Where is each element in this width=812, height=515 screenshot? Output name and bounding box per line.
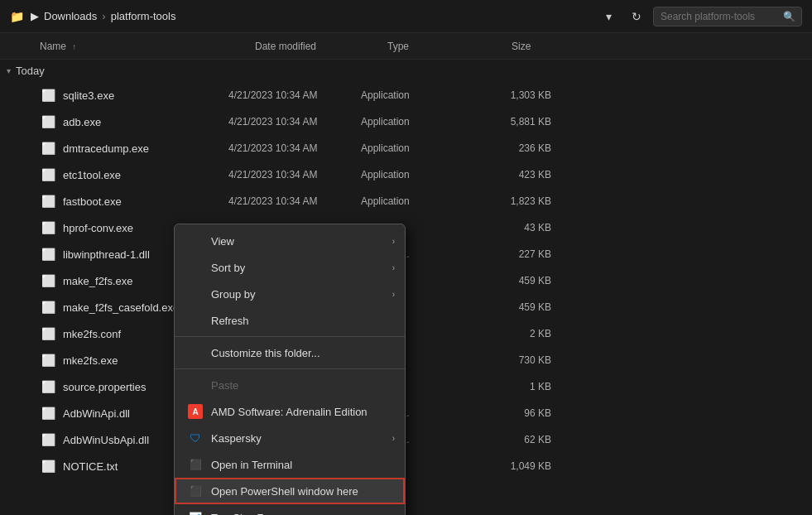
file-size: 96 KB — [485, 407, 568, 419]
table-row[interactable]: ⬜ libwinpthread-1.dll ion exten... 227 K… — [0, 241, 812, 267]
table-row[interactable]: ⬜ fastboot.exe 4/21/2023 10:34 AM Applic… — [0, 188, 812, 214]
file-icon: ⬜ — [40, 87, 56, 103]
file-size: 236 KB — [485, 142, 568, 154]
file-icon: ⬜ — [40, 458, 56, 474]
breadcrumb-home[interactable]: ▶ — [31, 10, 39, 22]
refresh-button[interactable]: ↻ — [625, 5, 648, 28]
file-icon: ⬜ — [40, 166, 56, 183]
file-name: fastboot.exe — [63, 195, 228, 208]
file-list: ▾ Today ⬜ sqlite3.exe 4/21/2023 10:34 AM… — [0, 60, 812, 513]
ctx-paste[interactable]: Paste — [175, 372, 405, 398]
ctx-kaspersky[interactable]: 🛡 Kaspersky › — [175, 425, 405, 451]
file-icon: ⬜ — [40, 219, 56, 236]
ctx-group-by[interactable]: Group by › — [175, 281, 405, 307]
refresh-icon — [188, 313, 203, 328]
table-row[interactable]: ⬜ AdbWinApi.dll ion exten... 96 KB — [0, 400, 812, 426]
file-type: Application — [361, 89, 485, 101]
customize-icon — [188, 345, 203, 360]
breadcrumb-platform-tools[interactable]: platform-tools — [111, 10, 176, 22]
col-date-header[interactable]: Date modified — [255, 41, 387, 52]
table-row[interactable]: ⬜ etc1tool.exe 4/21/2023 10:34 AM Applic… — [0, 161, 812, 188]
file-size: 227 KB — [485, 248, 568, 260]
file-icon: ⬜ — [40, 378, 56, 395]
file-date: 4/21/2023 10:34 AM — [228, 195, 361, 207]
ctx-sort-by[interactable]: Sort by › — [175, 254, 405, 281]
ctx-powershell[interactable]: ⬛ Open PowerShell window here — [175, 478, 405, 504]
search-wrapper: 🔍 — [653, 7, 802, 26]
treesize-icon: 📊 — [188, 510, 203, 515]
file-date: 4/21/2023 10:34 AM — [228, 169, 361, 180]
terminal-icon: ⬛ — [188, 457, 203, 472]
file-type: Application — [361, 142, 485, 154]
submenu-arrow: › — [392, 290, 395, 299]
file-date: 4/21/2023 10:34 AM — [228, 142, 361, 154]
sort-arrow: ↑ — [72, 42, 76, 51]
file-icon: ⬜ — [40, 272, 56, 289]
ctx-refresh[interactable]: Refresh — [175, 307, 405, 334]
group-icon — [188, 286, 203, 301]
search-input[interactable] — [653, 7, 802, 26]
title-bar: 📁 ▶ Downloads › platform-tools ▾ ↻ 🔍 — [0, 0, 812, 33]
breadcrumb: ▶ Downloads › platform-tools — [31, 10, 175, 22]
sort-icon — [188, 260, 203, 275]
group-label: Today — [16, 65, 45, 77]
file-size: 2 KB — [485, 328, 568, 339]
file-icon: ⬜ — [40, 431, 56, 448]
file-icon: ⬜ — [40, 352, 56, 368]
col-size-header[interactable]: Size — [512, 41, 594, 52]
file-size: 43 KB — [485, 222, 568, 233]
table-row[interactable]: ⬜ sqlite3.exe 4/21/2023 10:34 AM Applica… — [0, 82, 812, 108]
submenu-arrow: › — [392, 237, 395, 246]
file-size: 423 KB — [485, 169, 568, 180]
paste-icon — [188, 378, 203, 392]
table-row[interactable]: ⬜ AdbWinUsbApi.dll ion exten... 62 KB — [0, 426, 812, 453]
table-row[interactable]: ⬜ source.properties TIES File 1 KB — [0, 373, 812, 400]
dropdown-button[interactable]: ▾ — [597, 5, 620, 28]
table-row[interactable]: ⬜ dmtracedump.exe 4/21/2023 10:34 AM App… — [0, 135, 812, 161]
table-row[interactable]: ⬜ mke2fs.exe ion 730 KB — [0, 347, 812, 373]
file-size: 459 KB — [485, 301, 568, 313]
ctx-treesize[interactable]: 📊 TreeSize Free — [175, 504, 405, 515]
file-name: adb.exe — [63, 116, 228, 128]
table-row[interactable]: ⬜ mke2fs.conf ile 2 KB — [0, 320, 812, 347]
ctx-separator-2 — [175, 368, 405, 369]
file-size: 5,881 KB — [485, 116, 568, 128]
ctx-customize[interactable]: Customize this folder... — [175, 339, 405, 366]
file-size: 1 KB — [485, 381, 568, 392]
table-row[interactable]: ⬜ make_f2fs_casefold.exe ion 459 KB — [0, 294, 812, 320]
column-headers: Name ↑ Date modified Type Size — [0, 33, 812, 60]
view-icon — [188, 233, 203, 248]
amd-icon: A — [188, 404, 203, 419]
table-row[interactable]: ⬜ make_f2fs.exe ion 459 KB — [0, 267, 812, 294]
ctx-open-terminal[interactable]: ⬛ Open in Terminal — [175, 451, 405, 478]
file-type: Application — [361, 169, 485, 180]
folder-icon: 📁 — [10, 10, 24, 23]
col-name-header[interactable]: Name ↑ — [40, 41, 255, 52]
file-icon: ⬜ — [40, 113, 56, 130]
file-icon: ⬜ — [40, 405, 56, 421]
col-type-header[interactable]: Type — [387, 41, 512, 52]
file-size: 730 KB — [485, 354, 568, 366]
file-date: 4/21/2023 10:34 AM — [228, 89, 361, 101]
file-icon: ⬜ — [40, 193, 56, 209]
submenu-arrow: › — [392, 434, 395, 443]
search-icon: 🔍 — [783, 11, 795, 22]
ctx-separator-1 — [175, 336, 405, 337]
ctx-amd[interactable]: A AMD Software: Adrenalin Edition — [175, 398, 405, 425]
ctx-view[interactable]: View › — [175, 228, 405, 254]
group-chevron: ▾ — [7, 66, 11, 75]
file-size: 459 KB — [485, 275, 568, 286]
table-row[interactable]: ⬜ NOTICE.txt ument 1,049 KB — [0, 453, 812, 479]
file-date: 4/21/2023 10:34 AM — [228, 116, 361, 128]
table-row[interactable]: ⬜ adb.exe 4/21/2023 10:34 AM Application… — [0, 108, 812, 135]
file-type: Application — [361, 116, 485, 128]
table-row[interactable]: ⬜ hprof-conv.exe ion 43 KB — [0, 214, 812, 241]
file-icon: ⬜ — [40, 299, 56, 315]
kaspersky-icon: 🛡 — [188, 431, 203, 445]
breadcrumb-downloads[interactable]: Downloads — [44, 10, 97, 22]
powershell-icon: ⬛ — [188, 484, 203, 498]
file-size: 1,049 KB — [485, 460, 568, 472]
file-type: Application — [361, 195, 485, 207]
file-size: 1,823 KB — [485, 195, 568, 207]
breadcrumb-sep1: › — [102, 10, 105, 22]
